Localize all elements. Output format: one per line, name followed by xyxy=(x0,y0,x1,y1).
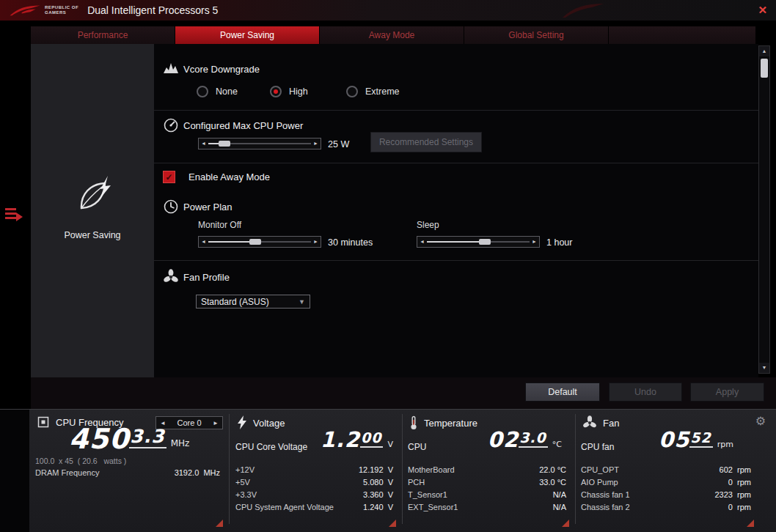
sleep-label: Sleep xyxy=(417,220,439,230)
resize-handle-icon[interactable] xyxy=(562,520,569,527)
fan-profile-dropdown[interactable]: Standard (ASUS) ▼ xyxy=(196,295,310,309)
tab-performance[interactable]: Performance xyxy=(31,26,175,44)
cpu-fan-value: 05 52 rpm xyxy=(659,430,733,451)
resize-handle-icon[interactable] xyxy=(216,520,223,527)
rog-eye-watermark-icon xyxy=(539,1,627,19)
side-menu-toggle[interactable] xyxy=(5,208,26,226)
radio-option-none[interactable]: None xyxy=(197,86,238,97)
slider-left-arrow-icon[interactable]: ◄ xyxy=(199,237,208,247)
cpu-temp-label: CPU xyxy=(408,442,426,452)
divider xyxy=(575,414,576,524)
max-power-slider-thumb[interactable] xyxy=(219,141,230,147)
tabbar-filler xyxy=(609,26,755,44)
sleep-slider-track[interactable] xyxy=(427,237,530,247)
recommended-settings-button[interactable]: Recommended Settings xyxy=(370,132,482,152)
slider-right-arrow-icon[interactable]: ► xyxy=(530,237,539,247)
cpu-chip-icon xyxy=(37,415,50,429)
content-area: Power Saving Vcore Downgrade None High E… xyxy=(31,44,758,377)
voltage-row: CPU System Agent Voltage1.240 V xyxy=(235,503,393,511)
separator xyxy=(154,260,758,261)
slider-right-arrow-icon[interactable]: ► xyxy=(311,138,321,149)
default-button[interactable]: Default xyxy=(525,383,600,402)
lightning-icon xyxy=(237,415,247,430)
divider xyxy=(402,414,403,524)
temperature-row: T_Sensor1N/A xyxy=(408,490,566,499)
radio-icon-high xyxy=(270,86,282,97)
clock-icon xyxy=(163,199,179,215)
waveform-icon xyxy=(163,61,179,77)
separator xyxy=(154,163,758,163)
radio-option-extreme[interactable]: Extreme xyxy=(346,86,400,97)
fan-row: CPU_OPT602 rpm xyxy=(581,465,751,474)
leaf-bolt-icon xyxy=(71,174,114,217)
sidebar-item-power-saving[interactable]: Power Saving xyxy=(31,174,154,240)
menu-arrow-icon xyxy=(16,213,23,221)
brand-text: REPUBLIC OF GAMERS xyxy=(45,5,78,16)
scrollbar[interactable]: ▲ ▼ xyxy=(758,45,770,374)
temperature-title: Temperature xyxy=(424,418,477,429)
radio-icon-extreme xyxy=(346,86,358,97)
resize-handle-icon[interactable] xyxy=(747,520,754,527)
sleep-value: 1 hour xyxy=(546,237,572,248)
sleep-slider[interactable]: ◄ ► xyxy=(417,236,540,248)
cpu-temp-value: 02 3.0 °C xyxy=(488,430,562,451)
sleep-slider-thumb[interactable] xyxy=(479,239,491,245)
dram-frequency-value: 3192.0 MHz xyxy=(175,468,220,477)
fan-row: Chassis fan 12323 rpm xyxy=(581,490,751,499)
monitor-off-slider[interactable]: ◄ ► xyxy=(198,236,321,248)
monitor-off-label: Monitor Off xyxy=(198,220,241,230)
separator xyxy=(154,110,758,111)
scroll-down-icon[interactable]: ▼ xyxy=(759,363,769,373)
tab-power-saving[interactable]: Power Saving xyxy=(175,26,320,44)
temperature-panel: Temperature CPU 02 3.0 °C MotherBoard22.… xyxy=(403,410,575,532)
tab-global-setting[interactable]: Global Setting xyxy=(464,26,609,44)
radio-option-high[interactable]: High xyxy=(270,86,308,97)
monitor-off-slider-thumb[interactable] xyxy=(249,239,261,245)
enable-away-mode-row[interactable]: ✓ Enable Away Mode xyxy=(163,171,270,183)
apply-button[interactable]: Apply xyxy=(690,383,764,402)
voltage-panel: Voltage CPU Core Voltage 1.2 00 V +12V12… xyxy=(231,410,402,532)
cpu-core-voltage-value: 1.2 00 V xyxy=(321,430,393,451)
temperature-row: PCH33.0 °C xyxy=(408,478,566,487)
fan-panel: Fan CPU fan 05 52 rpm CPU_OPT602 rpm AIO… xyxy=(576,410,760,532)
dram-frequency-label: DRAM Frequency xyxy=(35,468,99,477)
window-title: Dual Intelligent Processors 5 xyxy=(87,4,218,16)
settings-panel: Vcore Downgrade None High Extreme Config… xyxy=(154,44,758,377)
scroll-thumb[interactable] xyxy=(761,59,768,78)
resize-handle-icon[interactable] xyxy=(389,520,396,527)
radio-label-high: High xyxy=(289,86,308,97)
slider-right-arrow-icon[interactable]: ► xyxy=(311,237,321,247)
max-power-slider[interactable]: ◄ ► xyxy=(198,138,321,149)
monitor-left-strip xyxy=(0,410,29,532)
sidebar: Power Saving xyxy=(31,44,154,377)
voltage-title: Voltage xyxy=(253,418,285,429)
enable-away-mode-label: Enable Away Mode xyxy=(188,171,270,182)
slider-fill xyxy=(208,241,254,243)
monitor-settings-gear-icon[interactable]: ⚙ xyxy=(755,414,766,428)
slider-left-arrow-icon[interactable]: ◄ xyxy=(199,138,208,149)
titlebar: REPUBLIC OF GAMERS Dual Intelligent Proc… xyxy=(0,0,776,21)
voltage-row: +12V12.192 V xyxy=(235,465,393,474)
tab-away-mode[interactable]: Away Mode xyxy=(320,26,464,44)
fan-icon xyxy=(582,415,597,430)
dropdown-arrow-icon: ▼ xyxy=(299,298,305,306)
core-next-icon[interactable]: ► xyxy=(213,420,219,426)
divider xyxy=(229,414,230,524)
brand-line2: GAMERS xyxy=(45,10,78,16)
gauge-icon xyxy=(163,117,179,133)
max-power-slider-track[interactable] xyxy=(208,138,311,149)
scroll-up-icon[interactable]: ▲ xyxy=(759,46,769,56)
temperature-row: MotherBoard22.0 °C xyxy=(408,465,566,474)
slider-left-arrow-icon[interactable]: ◄ xyxy=(417,237,427,247)
section-title-fan-profile: Fan Profile xyxy=(183,272,230,283)
fan-profile-selected-value: Standard (ASUS) xyxy=(201,297,269,307)
radio-label-none: None xyxy=(216,86,238,97)
max-power-value: 25 W xyxy=(328,139,349,149)
undo-button[interactable]: Undo xyxy=(609,383,682,402)
close-icon[interactable]: ✕ xyxy=(758,4,767,17)
monitor-off-slider-track[interactable] xyxy=(208,237,311,247)
checkbox-icon[interactable]: ✓ xyxy=(163,171,175,183)
hw-monitor-panel: CPU Frequency ◄ Core 0 ► 450 3.3 MHz 100… xyxy=(0,409,776,532)
radio-icon-none xyxy=(197,86,208,97)
section-title-max-power: Configured Max CPU Power xyxy=(183,120,303,131)
